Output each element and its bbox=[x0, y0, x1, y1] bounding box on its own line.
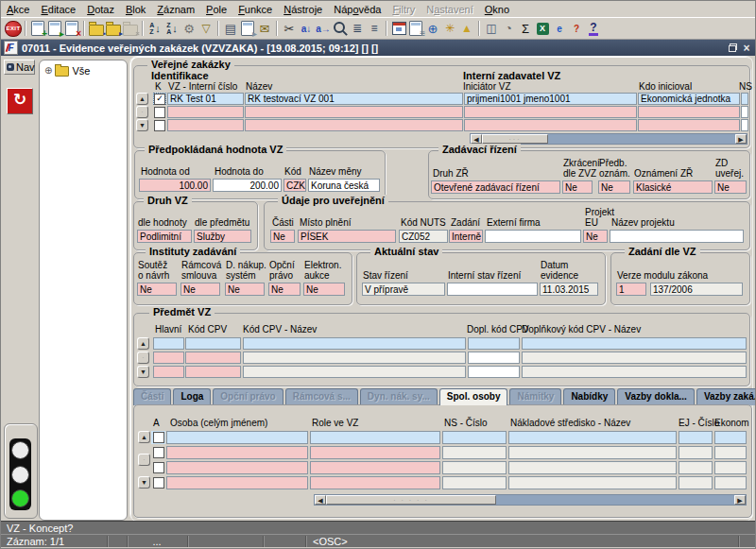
row-select-checkbox[interactable] bbox=[151, 446, 165, 459]
interni-stav-field[interactable] bbox=[447, 283, 538, 296]
scroll-down-icon[interactable]: ▼ bbox=[136, 119, 148, 131]
restore-icon[interactable] bbox=[727, 42, 740, 54]
tab-nabidky[interactable]: Nabídky bbox=[563, 388, 615, 405]
document-icon[interactable]: ≡ bbox=[407, 20, 424, 37]
nakladove-cell[interactable] bbox=[508, 446, 677, 459]
row-select-checkbox[interactable] bbox=[151, 476, 165, 489]
menu-item-napoveda[interactable]: Nápověda bbox=[328, 3, 387, 16]
horizontal-scrollbar[interactable]: ◀ · · · · · ▶ bbox=[314, 494, 747, 506]
scrollbar-track[interactable] bbox=[548, 134, 735, 144]
menu-item-filtry[interactable]: Filtry bbox=[387, 3, 421, 16]
cpv-dopl-nazev-cell[interactable] bbox=[522, 337, 747, 350]
ej-cislo-cell[interactable] bbox=[679, 461, 713, 474]
nakladove-cell[interactable] bbox=[508, 461, 677, 474]
menu-item-nastaveni[interactable]: Nastavení bbox=[421, 3, 479, 16]
role-cell[interactable] bbox=[310, 461, 440, 474]
globe-icon[interactable]: ⊕ bbox=[424, 20, 441, 37]
osoba-cell[interactable] bbox=[166, 446, 308, 459]
tools-icon[interactable]: ⚙ bbox=[180, 20, 198, 37]
sort-desc-icon[interactable]: ZA↓ bbox=[163, 20, 180, 37]
scroll-left-icon[interactable]: ◀ bbox=[315, 495, 326, 505]
vz-nazev-cell[interactable] bbox=[245, 106, 463, 118]
kod-nuts-field[interactable]: CZ052 bbox=[399, 230, 448, 243]
ekonom-cell[interactable] bbox=[714, 461, 747, 474]
tab-vazby-zakazky[interactable]: Vazby zaká... bbox=[696, 388, 756, 405]
zadani-field[interactable]: Interně bbox=[449, 230, 483, 243]
osoba-cell[interactable] bbox=[166, 431, 308, 444]
nakladove-cell[interactable] bbox=[508, 431, 677, 444]
org-chart-icon[interactable]: ◫ bbox=[483, 20, 500, 37]
ej-cislo-cell[interactable] bbox=[679, 446, 713, 459]
outline-icon[interactable]: ≣ bbox=[349, 20, 366, 37]
replace-field-icon[interactable]: a→ bbox=[315, 20, 332, 37]
hodnota-od-field[interactable]: 100.00 bbox=[139, 179, 211, 192]
sort-asc-icon[interactable]: AZ↓ bbox=[146, 20, 163, 37]
cpv-kod-cell[interactable] bbox=[185, 352, 241, 364]
sigma-icon[interactable]: Σ bbox=[517, 20, 534, 37]
search-record-icon[interactable] bbox=[332, 20, 349, 37]
scroll-drag-icon[interactable]: · bbox=[136, 106, 148, 118]
predb-oznam-field[interactable]: Ne bbox=[598, 180, 630, 194]
nakladove-cell[interactable] bbox=[508, 476, 677, 489]
delete-record-icon[interactable]: × bbox=[63, 20, 80, 37]
filter-icon[interactable]: ▽ bbox=[198, 20, 215, 37]
scroll-down-icon[interactable]: ▼ bbox=[138, 476, 150, 489]
ns-cislo-cell[interactable] bbox=[442, 446, 507, 459]
folder-run-icon[interactable]: ▸ bbox=[105, 20, 122, 37]
print-icon[interactable]: ▤ bbox=[222, 20, 239, 37]
menu-item-nastroje[interactable]: Nástroje bbox=[278, 3, 328, 16]
copy-field-icon[interactable]: a↓ bbox=[298, 20, 315, 37]
row-select-checkbox[interactable]: ✓ bbox=[153, 93, 166, 105]
vz-ns-cell[interactable] bbox=[741, 119, 748, 131]
menu-item-okno[interactable]: Okno bbox=[479, 3, 515, 16]
verze-modulu-field[interactable]: 1 bbox=[616, 283, 646, 296]
cpv-dopl-nazev-cell[interactable] bbox=[522, 352, 747, 364]
folder-save-icon[interactable]: ▪ bbox=[88, 20, 105, 37]
cut-icon[interactable]: ✂ bbox=[281, 20, 298, 37]
vz-kdo-cell[interactable] bbox=[638, 106, 740, 118]
vz-iniciator-cell[interactable]: prijmeni1001 jmeno1001 bbox=[464, 93, 637, 105]
refresh-icon[interactable]: ↻ bbox=[7, 88, 33, 114]
vz-ns-cell[interactable] bbox=[741, 106, 748, 118]
elektron-field[interactable]: Ne bbox=[303, 283, 345, 296]
ramcova-field[interactable]: Ne bbox=[180, 283, 220, 296]
scroll-right-icon[interactable]: ▶ bbox=[735, 134, 747, 144]
tab-vazby-doklady[interactable]: Vazby dokla... bbox=[617, 388, 695, 405]
cpv-dopl-cell[interactable] bbox=[468, 352, 520, 364]
opcni-field[interactable]: Ne bbox=[268, 283, 301, 296]
mail-icon[interactable]: ✉ bbox=[256, 20, 273, 37]
ns-cislo-cell[interactable] bbox=[442, 476, 507, 489]
scroll-right-icon[interactable]: ▶ bbox=[734, 495, 746, 505]
projekt-eu-field[interactable]: Ne bbox=[583, 230, 608, 243]
cpv-hlavni-cell[interactable] bbox=[153, 352, 184, 364]
menu-item-blok[interactable]: Blok bbox=[120, 3, 151, 16]
mena-nazev-field[interactable]: Koruna česká bbox=[308, 179, 380, 192]
zkraceni-field[interactable]: Ne bbox=[562, 180, 593, 194]
menu-item-funkce[interactable]: Funkce bbox=[232, 3, 278, 16]
tree-expand-icon[interactable]: ⊕ bbox=[44, 66, 52, 76]
ej-cislo-cell[interactable] bbox=[679, 431, 713, 444]
row-select-checkbox[interactable] bbox=[151, 461, 165, 474]
menu-item-akce[interactable]: Akce bbox=[1, 3, 35, 16]
tab-loga[interactable]: Loga bbox=[173, 388, 211, 405]
mdi-title-bar[interactable]: F 07011 - Evidence veřejných zakázek (VZ… bbox=[1, 40, 756, 56]
pyramid-icon[interactable]: ▲ bbox=[458, 20, 475, 37]
externi-firma-field[interactable] bbox=[485, 230, 581, 243]
ej-cislo-cell[interactable] bbox=[679, 476, 713, 489]
scrollbar-track[interactable] bbox=[496, 495, 734, 505]
vz-iniciator-cell[interactable] bbox=[464, 119, 637, 131]
cpv-nazev-cell[interactable] bbox=[243, 352, 466, 364]
browser-icon[interactable]: e bbox=[551, 20, 568, 37]
report-icon[interactable]: ▸ bbox=[239, 20, 256, 37]
row-select-checkbox[interactable] bbox=[153, 119, 166, 131]
menu-item-dotaz[interactable]: Dotaz bbox=[81, 3, 120, 16]
tab-spol-osoby[interactable]: Spol. osoby bbox=[439, 388, 508, 405]
insert-record-icon[interactable]: + bbox=[29, 20, 46, 37]
menu-item-zaznam[interactable]: Záznam bbox=[151, 3, 200, 16]
stav-rizeni-field[interactable]: V přípravě bbox=[362, 283, 445, 296]
scroll-up-icon[interactable]: ▲ bbox=[136, 93, 148, 105]
scroll-left-icon[interactable]: ◀ bbox=[471, 134, 482, 144]
role-cell[interactable] bbox=[310, 476, 440, 489]
assistant-icon[interactable]: ? bbox=[568, 20, 585, 37]
dnakup-field[interactable]: Ne bbox=[225, 283, 265, 296]
